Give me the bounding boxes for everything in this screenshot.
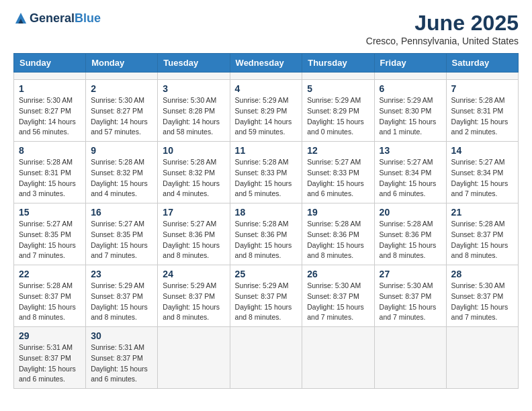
day-number: 29 — [19, 330, 81, 341]
calendar-cell: 20Sunrise: 5:28 AMSunset: 8:36 PMDayligh… — [374, 203, 446, 265]
day-number: 26 — [307, 269, 369, 279]
logo-general: General — [30, 11, 75, 25]
calendar-week-row: 8Sunrise: 5:28 AMSunset: 8:31 PMDaylight… — [14, 142, 519, 203]
day-of-week-header: Sunday — [14, 54, 86, 73]
logo-blue: Blue — [75, 11, 101, 25]
calendar-cell: 30Sunrise: 5:31 AMSunset: 8:37 PMDayligh… — [86, 327, 158, 389]
cell-text: Sunrise: 5:27 AMSunset: 8:33 PMDaylight:… — [307, 157, 369, 199]
day-number: 21 — [451, 207, 513, 218]
calendar-cell — [446, 327, 518, 389]
cell-text: Sunrise: 5:30 AMSunset: 8:27 PMDaylight:… — [91, 95, 152, 138]
calendar-week-row — [14, 73, 519, 80]
cell-text: Sunrise: 5:27 AMSunset: 8:34 PMDaylight:… — [451, 157, 513, 199]
day-number: 27 — [380, 269, 441, 279]
calendar-cell: 23Sunrise: 5:29 AMSunset: 8:37 PMDayligh… — [86, 265, 158, 327]
location: Cresco, Pennsylvania, United States — [366, 36, 519, 46]
day-number: 24 — [163, 269, 224, 279]
cell-text: Sunrise: 5:28 AMSunset: 8:36 PMDaylight:… — [380, 219, 441, 261]
calendar-cell — [302, 327, 374, 389]
cell-text: Sunrise: 5:31 AMSunset: 8:37 PMDaylight:… — [91, 342, 152, 385]
calendar-cell — [230, 327, 302, 389]
logo: GeneralBlue — [13, 11, 101, 26]
calendar-cell: 4Sunrise: 5:29 AMSunset: 8:29 PMDaylight… — [230, 80, 302, 142]
calendar-cell: 18Sunrise: 5:28 AMSunset: 8:36 PMDayligh… — [230, 203, 302, 265]
calendar-cell: 24Sunrise: 5:29 AMSunset: 8:37 PMDayligh… — [158, 265, 230, 327]
cell-text: Sunrise: 5:29 AMSunset: 8:29 PMDaylight:… — [235, 95, 298, 138]
calendar-week-row: 1Sunrise: 5:30 AMSunset: 8:27 PMDaylight… — [14, 80, 519, 142]
cell-text: Sunrise: 5:27 AMSunset: 8:36 PMDaylight:… — [163, 219, 224, 261]
day-of-week-header: Saturday — [446, 54, 518, 73]
day-number: 2 — [91, 83, 152, 94]
calendar-cell: 22Sunrise: 5:28 AMSunset: 8:37 PMDayligh… — [14, 265, 86, 327]
day-number: 11 — [235, 145, 298, 156]
day-number: 14 — [451, 145, 513, 156]
day-number: 22 — [19, 269, 81, 279]
calendar-cell: 13Sunrise: 5:27 AMSunset: 8:34 PMDayligh… — [374, 142, 446, 203]
calendar-cell — [14, 73, 86, 80]
calendar-cell: 28Sunrise: 5:30 AMSunset: 8:37 PMDayligh… — [446, 265, 518, 327]
cell-text: Sunrise: 5:27 AMSunset: 8:35 PMDaylight:… — [91, 219, 152, 261]
logo-text: GeneralBlue — [30, 11, 101, 26]
calendar-week-row: 22Sunrise: 5:28 AMSunset: 8:37 PMDayligh… — [14, 265, 519, 327]
day-number: 3 — [163, 83, 224, 94]
day-of-week-header: Wednesday — [230, 54, 302, 73]
logo-icon — [13, 11, 28, 26]
calendar-cell — [446, 73, 518, 80]
calendar-cell: 25Sunrise: 5:29 AMSunset: 8:37 PMDayligh… — [230, 265, 302, 327]
cell-text: Sunrise: 5:28 AMSunset: 8:32 PMDaylight:… — [163, 157, 224, 199]
month-title: June 2025 — [366, 11, 519, 36]
calendar-cell: 1Sunrise: 5:30 AMSunset: 8:27 PMDaylight… — [14, 80, 86, 142]
day-number: 13 — [380, 145, 441, 156]
cell-text: Sunrise: 5:28 AMSunset: 8:33 PMDaylight:… — [235, 157, 298, 199]
calendar-cell: 12Sunrise: 5:27 AMSunset: 8:33 PMDayligh… — [302, 142, 374, 203]
cell-text: Sunrise: 5:27 AMSunset: 8:35 PMDaylight:… — [19, 219, 81, 261]
day-number: 17 — [163, 207, 224, 218]
calendar-cell: 8Sunrise: 5:28 AMSunset: 8:31 PMDaylight… — [14, 142, 86, 203]
cell-text: Sunrise: 5:30 AMSunset: 8:37 PMDaylight:… — [307, 281, 369, 323]
day-number: 6 — [380, 83, 441, 94]
cell-text: Sunrise: 5:29 AMSunset: 8:29 PMDaylight:… — [307, 95, 369, 138]
calendar-cell: 9Sunrise: 5:28 AMSunset: 8:32 PMDaylight… — [86, 142, 158, 203]
calendar-cell: 15Sunrise: 5:27 AMSunset: 8:35 PMDayligh… — [14, 203, 86, 265]
cell-text: Sunrise: 5:30 AMSunset: 8:27 PMDaylight:… — [19, 95, 81, 138]
calendar-cell: 19Sunrise: 5:28 AMSunset: 8:36 PMDayligh… — [302, 203, 374, 265]
day-of-week-header: Monday — [86, 54, 158, 73]
cell-text: Sunrise: 5:27 AMSunset: 8:34 PMDaylight:… — [380, 157, 441, 199]
calendar-cell: 17Sunrise: 5:27 AMSunset: 8:36 PMDayligh… — [158, 203, 230, 265]
calendar-cell: 16Sunrise: 5:27 AMSunset: 8:35 PMDayligh… — [86, 203, 158, 265]
day-number: 10 — [163, 145, 224, 156]
day-of-week-header: Thursday — [302, 54, 374, 73]
day-number: 5 — [307, 83, 369, 94]
day-number: 19 — [307, 207, 369, 218]
calendar-cell — [158, 73, 230, 80]
cell-text: Sunrise: 5:30 AMSunset: 8:37 PMDaylight:… — [380, 281, 441, 323]
day-number: 20 — [380, 207, 441, 218]
day-number: 9 — [91, 145, 152, 156]
calendar-cell: 26Sunrise: 5:30 AMSunset: 8:37 PMDayligh… — [302, 265, 374, 327]
cell-text: Sunrise: 5:28 AMSunset: 8:37 PMDaylight:… — [19, 281, 81, 323]
calendar-cell: 3Sunrise: 5:30 AMSunset: 8:28 PMDaylight… — [158, 80, 230, 142]
calendar-cell — [374, 327, 446, 389]
calendar-cell: 29Sunrise: 5:31 AMSunset: 8:37 PMDayligh… — [14, 327, 86, 389]
day-number: 16 — [91, 207, 152, 218]
cell-text: Sunrise: 5:30 AMSunset: 8:37 PMDaylight:… — [451, 281, 513, 323]
calendar-week-row: 29Sunrise: 5:31 AMSunset: 8:37 PMDayligh… — [14, 327, 519, 389]
calendar-header-row: SundayMondayTuesdayWednesdayThursdayFrid… — [14, 54, 519, 73]
cell-text: Sunrise: 5:29 AMSunset: 8:37 PMDaylight:… — [91, 281, 152, 323]
calendar-cell: 10Sunrise: 5:28 AMSunset: 8:32 PMDayligh… — [158, 142, 230, 203]
calendar-cell — [230, 73, 302, 80]
calendar-cell: 7Sunrise: 5:28 AMSunset: 8:31 PMDaylight… — [446, 80, 518, 142]
cell-text: Sunrise: 5:30 AMSunset: 8:28 PMDaylight:… — [163, 95, 224, 138]
day-of-week-header: Tuesday — [158, 54, 230, 73]
day-number: 30 — [91, 330, 152, 341]
cell-text: Sunrise: 5:28 AMSunset: 8:36 PMDaylight:… — [235, 219, 298, 261]
cell-text: Sunrise: 5:28 AMSunset: 8:32 PMDaylight:… — [91, 157, 152, 199]
day-number: 28 — [451, 269, 513, 279]
calendar-cell — [158, 327, 230, 389]
calendar-cell — [302, 73, 374, 80]
calendar-cell: 11Sunrise: 5:28 AMSunset: 8:33 PMDayligh… — [230, 142, 302, 203]
calendar-week-row: 15Sunrise: 5:27 AMSunset: 8:35 PMDayligh… — [14, 203, 519, 265]
calendar-cell: 2Sunrise: 5:30 AMSunset: 8:27 PMDaylight… — [86, 80, 158, 142]
day-number: 7 — [451, 83, 513, 94]
cell-text: Sunrise: 5:28 AMSunset: 8:37 PMDaylight:… — [451, 219, 513, 261]
